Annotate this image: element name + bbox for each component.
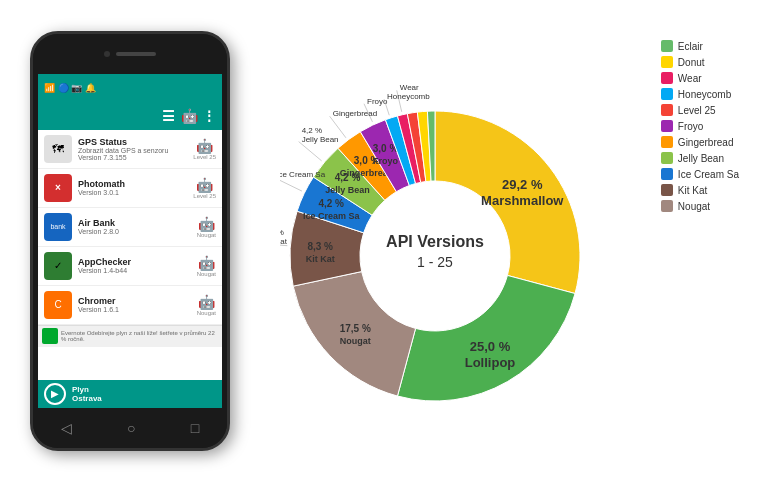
legend-label-2: Wear bbox=[678, 73, 702, 84]
legend-color-5 bbox=[661, 120, 673, 132]
list-item[interactable]: × Photomath Version 3.0.1 🤖 Level 25 bbox=[38, 169, 222, 208]
legend-item-gingerbread: Gingerbread bbox=[661, 136, 739, 148]
android-icon: 🤖 bbox=[181, 108, 198, 124]
segment-name-5: Jelly Bean bbox=[326, 185, 371, 195]
donut-chart: 29,2 %Marshmallow25,0 %Lollipop17,5 %Nou… bbox=[280, 61, 620, 441]
legend-color-2 bbox=[661, 72, 673, 84]
legend-color-3 bbox=[661, 88, 673, 100]
phone-body: 📶 🔵 📷 🔔 ☰ 🤖 ⋮ bbox=[30, 31, 230, 451]
list-item[interactable]: C Chromer Version 1.6.1 🤖 Nougat bbox=[38, 286, 222, 325]
app-name: Chromer bbox=[78, 296, 197, 306]
app-info: GPS Status Zobrazit data GPS a senzoru V… bbox=[78, 137, 193, 161]
legend-item-donut: Donut bbox=[661, 56, 739, 68]
segment-pct-4: 4,2 % bbox=[319, 197, 345, 208]
segment-name-0: Marshmallow bbox=[482, 193, 565, 208]
more-icon[interactable]: ⋮ bbox=[202, 108, 216, 124]
app-version2: Version 7.3.155 bbox=[78, 154, 193, 161]
legend-item-honeycomb: Honeycomb bbox=[661, 88, 739, 100]
app-name: Photomath bbox=[78, 179, 193, 189]
main-container: 📶 🔵 📷 🔔 ☰ 🤖 ⋮ bbox=[0, 0, 764, 501]
legend-item-ice-cream-sa: Ice Cream Sa bbox=[661, 168, 739, 180]
list-item[interactable]: 🗺 GPS Status Zobrazit data GPS a senzoru… bbox=[38, 130, 222, 169]
phone-screen: 📶 🔵 📷 🔔 ☰ 🤖 ⋮ bbox=[38, 74, 222, 408]
app-version: Version 1.4-b44 bbox=[78, 267, 197, 274]
app-badge: Nougat bbox=[197, 271, 216, 277]
location-text: PlynOstrava bbox=[72, 385, 102, 403]
list-item[interactable]: ✓ AppChecker Version 1.4-b44 🤖 Nougat bbox=[38, 247, 222, 286]
legend-item-kit-kat: Kit Kat bbox=[661, 184, 739, 196]
legend-label-6: Gingerbread bbox=[678, 137, 734, 148]
legend-item-level-25: Level 25 bbox=[661, 104, 739, 116]
app-name: Air Bank bbox=[78, 218, 197, 228]
small-label-6: Honeycomb bbox=[387, 92, 430, 101]
airbank-app-icon: bank bbox=[44, 213, 72, 241]
chromer-app-icon: C bbox=[44, 291, 72, 319]
phone-top-bezel bbox=[33, 34, 227, 74]
legend-color-6 bbox=[661, 136, 673, 148]
legend-label-0: Eclair bbox=[678, 41, 703, 52]
small-label-3: Ice Cream Sa bbox=[280, 170, 326, 179]
ad-text: Evernote Odebírejte plyn z naší líže! še… bbox=[61, 330, 218, 342]
small-label-1: Gingerbread bbox=[333, 109, 377, 118]
segment-pct-1: 25,0 % bbox=[470, 339, 511, 354]
svg-line-2 bbox=[299, 141, 322, 160]
chart-segment-nougat bbox=[294, 271, 416, 395]
legend-item-jelly-bean: Jelly Bean bbox=[661, 152, 739, 164]
segment-name-1: Lollipop bbox=[465, 355, 516, 370]
header-nav: ☰ 🤖 ⋮ bbox=[162, 108, 216, 124]
app-version: Zobrazit data GPS a senzoru bbox=[78, 147, 193, 154]
app-version: Version 3.0.1 bbox=[78, 189, 193, 196]
small-label-2: Jelly Bean bbox=[302, 134, 339, 143]
legend-color-1 bbox=[661, 56, 673, 68]
chart-area: 29,2 %Marshmallow25,0 %Lollipop17,5 %Nou… bbox=[250, 10, 651, 491]
chart-segment-lollipop bbox=[398, 275, 576, 401]
svg-line-4 bbox=[280, 177, 302, 191]
legend-label-7: Jelly Bean bbox=[678, 153, 724, 164]
app-info: Chromer Version 1.6.1 bbox=[78, 296, 197, 313]
svg-text:4,2 %: 4,2 % bbox=[302, 125, 322, 134]
legend-label-5: Froyo bbox=[678, 121, 704, 132]
list-item[interactable]: bank Air Bank Version 2.8.0 🤖 Nougat bbox=[38, 208, 222, 247]
legend-item-nougat: Nougat bbox=[661, 200, 739, 212]
legend-item-wear: Wear bbox=[661, 72, 739, 84]
appchecker-app-icon: ✓ bbox=[44, 252, 72, 280]
app-version: Version 1.6.1 bbox=[78, 306, 197, 313]
status-bar: 📶 🔵 📷 🔔 bbox=[38, 74, 222, 102]
legend-label-9: Kit Kat bbox=[678, 185, 707, 196]
menu-icon[interactable]: ☰ bbox=[162, 108, 175, 124]
legend-label-4: Level 25 bbox=[678, 105, 716, 116]
segment-pct-3: 8,3 % bbox=[308, 240, 334, 251]
small-label-5: Wear bbox=[400, 83, 419, 92]
small-label-4: Kit Kat bbox=[280, 236, 288, 245]
gps-app-icon: 🗺 bbox=[44, 135, 72, 163]
app-badge: Level 25 bbox=[193, 154, 216, 160]
location-bar: ▶ PlynOstrava bbox=[38, 380, 222, 408]
back-button[interactable]: ◁ bbox=[61, 420, 72, 436]
app-version: Version 2.8.0 bbox=[78, 228, 197, 235]
segment-name-2: Nougat bbox=[340, 335, 371, 345]
home-button[interactable]: ○ bbox=[127, 420, 135, 436]
legend-color-0 bbox=[661, 40, 673, 52]
app-name: AppChecker bbox=[78, 257, 197, 267]
photomath-app-icon: × bbox=[44, 174, 72, 202]
legend-color-9 bbox=[661, 184, 673, 196]
phone-speaker bbox=[116, 52, 156, 56]
legend-color-4 bbox=[661, 104, 673, 116]
legend-color-7 bbox=[661, 152, 673, 164]
app-info: Air Bank Version 2.8.0 bbox=[78, 218, 197, 235]
app-list: 🗺 GPS Status Zobrazit data GPS a senzoru… bbox=[38, 130, 222, 347]
legend-color-10 bbox=[661, 200, 673, 212]
legend-color-8 bbox=[661, 168, 673, 180]
segment-pct-2: 17,5 % bbox=[340, 322, 371, 333]
segment-name-7: Froyo bbox=[373, 156, 399, 166]
svg-text:8,3 %: 8,3 % bbox=[280, 227, 284, 236]
app-info: Photomath Version 3.0.1 bbox=[78, 179, 193, 196]
app-header: ☰ 🤖 ⋮ bbox=[38, 102, 222, 130]
status-icons: 📶 🔵 📷 🔔 bbox=[44, 83, 96, 93]
legend-label-3: Honeycomb bbox=[678, 89, 731, 100]
app-badge: Nougat bbox=[197, 232, 216, 238]
recents-button[interactable]: □ bbox=[191, 420, 199, 436]
app-name: GPS Status bbox=[78, 137, 193, 147]
phone-mockup: 📶 🔵 📷 🔔 ☰ 🤖 ⋮ bbox=[30, 31, 250, 471]
chart-legend: EclairDonutWearHoneycombLevel 25FroyoGin… bbox=[661, 40, 739, 212]
